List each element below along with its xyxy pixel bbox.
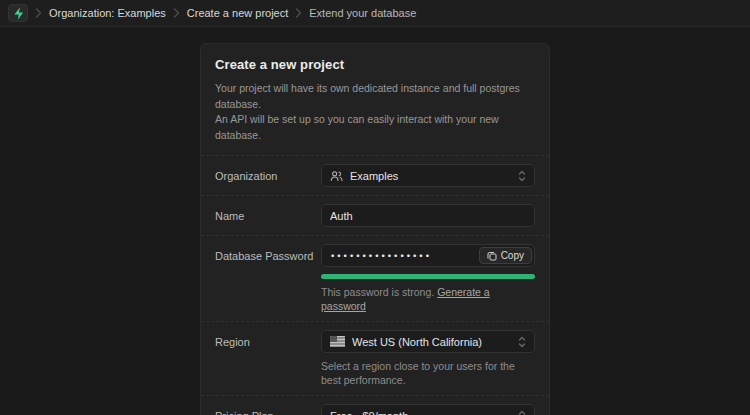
card-description: Your project will have its own dedicated… (215, 81, 535, 143)
copy-password-button[interactable]: Copy (479, 247, 532, 264)
breadcrumb-create-project[interactable]: Create a new project (187, 7, 289, 19)
page-title: Create a new project (215, 57, 535, 72)
organization-value: Examples (350, 170, 511, 182)
app-root: Organization: Examples Create a new proj… (0, 0, 750, 415)
supabase-bolt-icon (13, 7, 24, 20)
select-chevrons-icon (518, 410, 526, 415)
copy-button-label: Copy (501, 250, 524, 261)
users-icon (330, 170, 343, 182)
project-name-input[interactable] (321, 204, 535, 227)
organization-select[interactable]: Examples (321, 164, 535, 187)
select-chevrons-icon (518, 336, 526, 348)
card-header: Create a new project Your project will h… (201, 44, 549, 155)
home-logo-button[interactable] (8, 4, 28, 22)
description-line-1: Your project will have its own dedicated… (215, 82, 520, 110)
password-label: Database Password (215, 244, 321, 313)
pricing-row: Pricing Plan Free - $0/month Select a pl… (201, 395, 549, 415)
copy-icon (487, 251, 497, 261)
password-helper: This password is strong. Generate a pass… (321, 285, 535, 313)
password-strength-text: This password is strong. (321, 286, 437, 298)
name-label: Name (215, 204, 321, 227)
pricing-value: Free - $0/month (330, 410, 511, 415)
organization-row: Organization Examples (201, 155, 549, 195)
top-navigation-bar: Organization: Examples Create a new proj… (0, 0, 750, 27)
region-label: Region (215, 330, 321, 387)
select-chevrons-icon (518, 170, 526, 182)
pricing-label: Pricing Plan (215, 404, 321, 415)
breadcrumb-separator-icon (173, 8, 180, 18)
breadcrumb-separator-icon (35, 8, 42, 18)
pricing-select[interactable]: Free - $0/month (321, 404, 535, 415)
region-value: West US (North California) (352, 336, 511, 348)
region-select[interactable]: West US (North California) (321, 330, 535, 353)
region-helper: Select a region close to your users for … (321, 359, 535, 387)
main-content: Create a new project Your project will h… (0, 27, 750, 415)
password-row: Database Password Copy (201, 235, 549, 321)
breadcrumb-extend-database[interactable]: Extend your database (309, 7, 416, 19)
name-row: Name (201, 195, 549, 235)
password-strength-bar (321, 274, 535, 279)
region-row: Region West US (North California) Select… (201, 321, 549, 395)
organization-label: Organization (215, 164, 321, 187)
create-project-card: Create a new project Your project will h… (200, 43, 550, 415)
description-line-2: An API will be set up so you can easily … (215, 113, 499, 141)
breadcrumb-separator-icon (295, 8, 302, 18)
us-flag-icon (330, 336, 345, 347)
breadcrumb-organization[interactable]: Organization: Examples (49, 7, 166, 19)
